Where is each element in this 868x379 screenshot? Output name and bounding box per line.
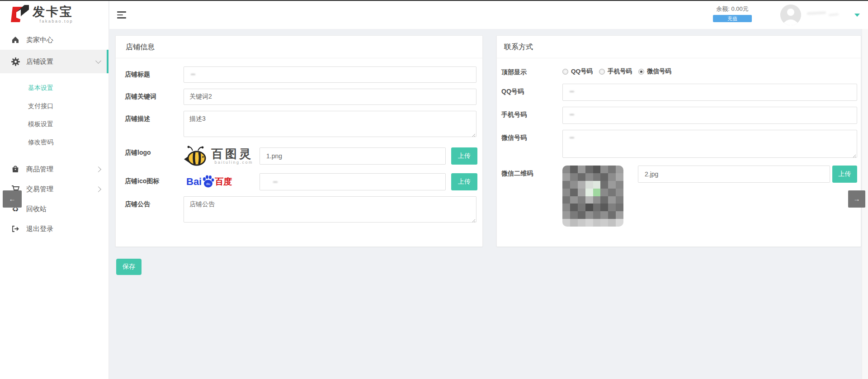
shop-keywords-label: 店铺关键词 [125, 89, 184, 105]
shop-title-input[interactable] [184, 66, 476, 83]
contact-card: 联系方式 顶部显示 QQ号码 手机号码 微信号码 QQ号码 [496, 35, 861, 247]
brand-name: 发卡宝 [33, 5, 73, 19]
radio-phone-label[interactable]: 手机号码 [608, 67, 632, 76]
top-display-row: 顶部显示 QQ号码 手机号码 微信号码 [501, 66, 857, 76]
home-icon [11, 35, 20, 44]
sidebar-item-label: 卖家中心 [26, 36, 100, 44]
baidu-cn-text: 百度 [215, 176, 232, 188]
shop-ico-label: 店铺ico图标 [125, 173, 184, 190]
wechat-number-label: 微信号码 [501, 130, 562, 160]
wechat-number-row: 微信号码 [501, 130, 857, 160]
username-text [807, 11, 843, 17]
shop-description-label: 店铺描述 [125, 111, 184, 139]
sidebar-item-label: 交易管理 [26, 185, 96, 194]
arrow-left-icon: ← [9, 195, 16, 203]
shop-ico-preview: Bai du 百度 [184, 175, 259, 189]
sidebar-subitem-basic-settings[interactable]: 基本设置 [0, 79, 108, 97]
radio-qq[interactable] [562, 69, 568, 75]
chevron-right-icon [95, 166, 101, 172]
upload-qrcode-button[interactable]: 上传 [832, 166, 857, 183]
svg-text:du: du [206, 182, 210, 186]
shop-card-title: 店铺信息 [116, 36, 482, 58]
qq-number-label: QQ号码 [501, 84, 562, 101]
shop-info-card: 店铺信息 店铺标题 店铺关键词 店铺描述 描述3 [115, 35, 483, 247]
wechat-qrcode-filename-input[interactable] [638, 166, 830, 183]
scroll-left-button[interactable]: ← [3, 190, 22, 208]
dropdown-caret-icon[interactable] [854, 14, 860, 17]
sidebar-item-product-management[interactable]: 商品管理 [0, 159, 108, 179]
sidebar-item-logout[interactable]: 退出登录 [0, 219, 108, 239]
balance-value: 0.00元 [731, 5, 748, 12]
bee-logo-icon [184, 145, 208, 167]
chevron-right-icon [95, 186, 101, 192]
top-display-label: 顶部显示 [501, 66, 562, 76]
sidebar-subitem-payment-api[interactable]: 支付接口 [0, 97, 108, 115]
shop-title-label: 店铺标题 [125, 66, 184, 83]
logout-icon [11, 224, 20, 233]
shop-keywords-row: 店铺关键词 [125, 89, 476, 105]
baituling-domain: baituling.com [211, 160, 253, 165]
sidebar: 发卡宝 fakabao.top 卖家中心 [0, 0, 109, 379]
user-avatar[interactable] [780, 5, 801, 25]
chevron-down-icon [95, 58, 101, 64]
shop-logo-row: 店铺logo 百图灵 baituling.com [125, 145, 476, 167]
phone-number-label: 手机号码 [501, 107, 562, 124]
upload-logo-button[interactable]: 上传 [451, 147, 477, 165]
wechat-qrcode-row: 微信二维码 上传 [501, 166, 857, 227]
radio-wechat[interactable] [638, 69, 644, 75]
topbar: 余额: 0.00元 充值 [109, 1, 868, 29]
sidebar-item-label: 店铺设置 [26, 57, 96, 66]
sidebar-item-shop-settings[interactable]: 店铺设置 [0, 50, 108, 73]
baidu-bai-text: Bai [186, 176, 202, 188]
wechat-qrcode-image [562, 166, 623, 227]
sidebar-item-label: 商品管理 [26, 165, 96, 174]
window-top-border [0, 0, 868, 1]
qq-number-input[interactable] [562, 84, 857, 101]
recharge-button[interactable]: 充值 [713, 15, 752, 22]
shop-settings-submenu: 基本设置 支付接口 模板设置 修改密码 [0, 73, 108, 159]
brand-logo[interactable]: 发卡宝 fakabao.top [0, 0, 108, 28]
wechat-number-textarea[interactable] [562, 130, 857, 158]
shop-logo-label: 店铺logo [125, 145, 184, 167]
shop-ico-filename-input[interactable] [259, 173, 446, 190]
menu-toggle-button[interactable] [117, 11, 127, 19]
phone-number-row: 手机号码 [501, 107, 857, 124]
shop-notice-row: 店铺公告 店铺公告 [125, 196, 476, 224]
radio-phone[interactable] [599, 69, 605, 75]
sidebar-item-label: 退出登录 [26, 225, 100, 233]
shop-title-row: 店铺标题 [125, 66, 476, 83]
wechat-qrcode-label: 微信二维码 [501, 166, 562, 227]
shop-keywords-input[interactable] [184, 89, 476, 105]
radio-wechat-label[interactable]: 微信号码 [647, 67, 671, 76]
shop-description-row: 店铺描述 描述3 [125, 111, 476, 139]
shop-logo-preview: 百图灵 baituling.com [184, 145, 259, 167]
radio-qq-label[interactable]: QQ号码 [571, 67, 593, 76]
shop-description-textarea[interactable]: 描述3 [184, 111, 476, 137]
brand-logo-icon [11, 4, 29, 24]
shop-notice-textarea[interactable]: 店铺公告 [184, 196, 476, 223]
sidebar-subitem-change-password[interactable]: 修改密码 [0, 133, 108, 151]
balance-label: 余额: [716, 5, 730, 12]
arrow-right-icon: → [854, 195, 860, 203]
balance-text: 余额: 0.00元 [712, 5, 753, 13]
baidu-paw-icon: du [202, 175, 214, 189]
phone-number-input[interactable] [562, 107, 857, 124]
bag-icon [11, 165, 20, 174]
qq-number-row: QQ号码 [501, 84, 857, 101]
shop-ico-row: 店铺ico图标 Bai du [125, 173, 476, 190]
avatar-person-icon [780, 5, 801, 25]
shop-notice-label: 店铺公告 [125, 196, 184, 224]
sidebar-subitem-template-settings[interactable]: 模板设置 [0, 115, 108, 133]
baituling-name: 百图灵 [211, 147, 253, 160]
contact-card-title: 联系方式 [497, 36, 861, 58]
save-button[interactable]: 保存 [116, 259, 142, 275]
upload-ico-button[interactable]: 上传 [451, 173, 477, 190]
balance-box: 余额: 0.00元 充值 [712, 5, 753, 22]
sidebar-item-seller-center[interactable]: 卖家中心 [0, 30, 108, 50]
shop-logo-filename-input[interactable] [259, 147, 446, 165]
scroll-right-button[interactable]: → [848, 190, 865, 208]
sidebar-item-label: 回收站 [26, 205, 100, 213]
brand-domain: fakabao.top [33, 19, 73, 24]
gear-icon [11, 57, 20, 66]
